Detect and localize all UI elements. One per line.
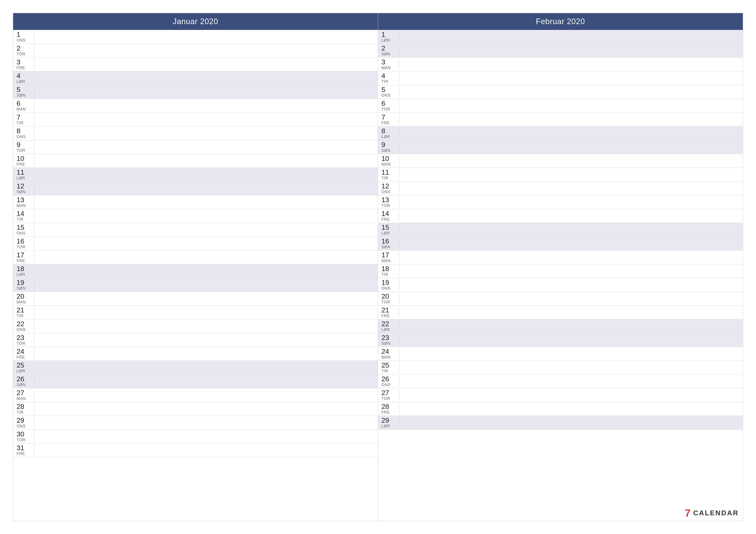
day-number: 1	[381, 31, 396, 38]
day-number-block: 5 SØN	[16, 86, 32, 98]
day-name: TOR	[16, 52, 32, 56]
day-row: 7 TIR	[13, 113, 378, 126]
day-number: 16	[16, 238, 32, 245]
day-content	[399, 210, 740, 221]
day-number: 9	[16, 141, 32, 149]
day-number: 10	[381, 155, 396, 162]
day-row: 25 TIR	[378, 361, 743, 374]
day-name: TOR	[381, 204, 396, 208]
day-row: 18 TIR	[378, 264, 743, 278]
day-name: LØR	[16, 273, 32, 277]
day-number-block: 20 TOR	[381, 292, 396, 304]
day-row: 14 FRE	[378, 209, 743, 223]
day-content	[399, 45, 740, 56]
day-row: 27 TOR	[378, 388, 743, 402]
day-name: FRE	[16, 452, 32, 456]
day-number-block: 5 ONS	[381, 86, 396, 98]
day-number-block: 2 TOR	[16, 44, 32, 56]
day-number: 23	[16, 334, 32, 342]
day-content	[399, 224, 740, 235]
day-number: 17	[381, 251, 396, 259]
day-number: 19	[381, 279, 396, 286]
day-name: ONS	[381, 286, 396, 291]
day-name: SØN	[381, 342, 396, 346]
day-row: 25 LØR	[13, 361, 378, 374]
day-number: 5	[16, 86, 32, 93]
day-number-block: 13 TOR	[381, 196, 396, 208]
day-row: 5 SØN	[13, 85, 378, 99]
day-content	[399, 252, 740, 263]
day-number: 24	[381, 348, 396, 355]
day-number: 17	[16, 251, 32, 259]
day-content	[34, 224, 374, 235]
day-number-block: 31 FRE	[16, 444, 32, 456]
day-name: FRE	[381, 410, 396, 415]
day-row: 5 ONS	[378, 85, 743, 99]
day-name: LØR	[381, 231, 396, 236]
day-name: TIR	[16, 314, 32, 318]
day-name: TOR	[16, 438, 32, 442]
day-number-block: 20 MAN	[16, 292, 32, 304]
day-number-block: 9 TOR	[16, 141, 32, 153]
day-content	[34, 169, 374, 180]
day-content	[399, 100, 740, 111]
day-number: 21	[16, 306, 32, 314]
day-row: 16 TOR	[13, 237, 378, 250]
day-number-block: 17 FRE	[16, 251, 32, 263]
day-row: 11 LØR	[13, 168, 378, 182]
day-number-block: 10 MAN	[381, 155, 396, 167]
day-number: 6	[16, 100, 32, 107]
day-number: 2	[16, 44, 32, 52]
day-number: 3	[381, 58, 396, 66]
day-number-block: 11 TIR	[381, 168, 396, 180]
day-number-block: 27 MAN	[16, 389, 32, 401]
day-name: TIR	[381, 176, 396, 180]
january-column: Januar 2020 1 ONS 2 TOR 3 FRE 4 LØR	[13, 13, 378, 521]
day-name: MAN	[16, 396, 32, 401]
day-row: 26 ONS	[378, 374, 743, 388]
day-number-block: 22 LØR	[381, 320, 396, 332]
day-number-block: 1 ONS	[16, 31, 32, 43]
day-number: 25	[381, 362, 396, 369]
day-number: 18	[16, 265, 32, 273]
day-number-block: 3 MAN	[381, 58, 396, 70]
day-row: 27 MAN	[13, 388, 378, 402]
day-name: SØN	[381, 52, 396, 56]
day-number: 21	[381, 306, 396, 314]
day-content	[34, 59, 374, 69]
day-name: FRE	[16, 66, 32, 70]
day-row: 10 FRE	[13, 154, 378, 168]
day-number: 20	[381, 292, 396, 300]
day-name: ONS	[16, 424, 32, 428]
day-number-block: 6 MAN	[16, 100, 32, 112]
day-number-block: 24 FRE	[16, 348, 32, 360]
brand-logo: 7 CALENDAR	[685, 507, 739, 519]
day-number: 26	[16, 375, 32, 383]
day-number-block: 15 LØR	[381, 224, 396, 236]
day-number: 26	[381, 375, 396, 383]
day-content	[399, 390, 740, 400]
day-number: 5	[381, 86, 396, 93]
day-row: 19 SØN	[13, 278, 378, 292]
day-number: 15	[381, 224, 396, 231]
day-row: 9 SØN	[378, 140, 743, 154]
day-number: 13	[16, 196, 32, 204]
day-number: 6	[381, 100, 396, 107]
day-number-block: 16 SØN	[381, 238, 396, 249]
day-name: MAN	[381, 259, 396, 263]
day-content	[34, 238, 374, 249]
day-name: FRE	[381, 121, 396, 125]
day-name: LØR	[16, 369, 32, 373]
day-number: 14	[381, 210, 396, 217]
day-row: 1 LØR	[378, 30, 743, 44]
day-number: 4	[16, 72, 32, 80]
day-content	[34, 86, 374, 97]
day-name: TOR	[381, 107, 396, 112]
day-number: 22	[16, 320, 32, 328]
day-row: 18 LØR	[13, 264, 378, 278]
day-content	[34, 320, 374, 331]
day-content	[399, 114, 740, 125]
day-name: SØN	[381, 149, 396, 153]
day-number: 8	[16, 127, 32, 135]
day-number-block: 6 TOR	[381, 100, 396, 112]
